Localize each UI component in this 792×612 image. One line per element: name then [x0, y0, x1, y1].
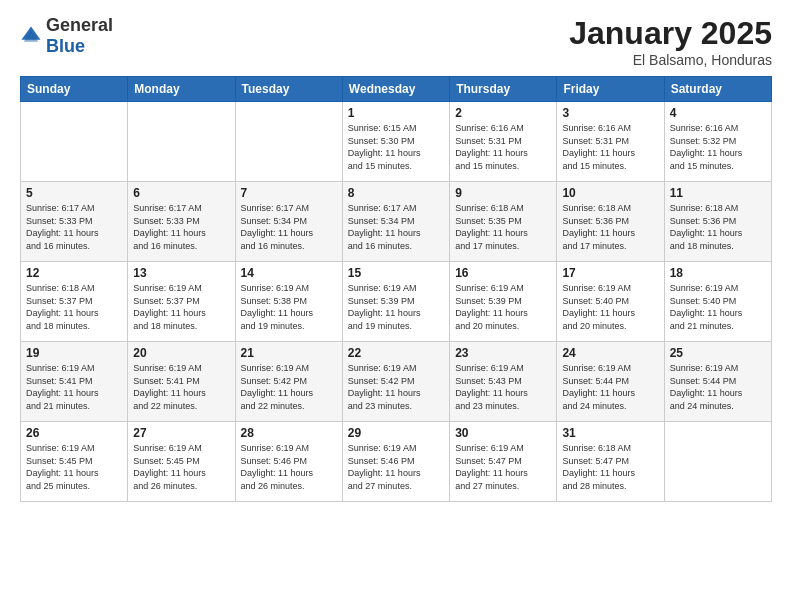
table-row: 4Sunrise: 6:16 AM Sunset: 5:32 PM Daylig…: [664, 102, 771, 182]
day-number: 12: [26, 266, 122, 280]
day-number: 26: [26, 426, 122, 440]
table-row: [21, 102, 128, 182]
title-location: El Balsamo, Honduras: [569, 52, 772, 68]
day-number: 30: [455, 426, 551, 440]
calendar-week-row: 5Sunrise: 6:17 AM Sunset: 5:33 PM Daylig…: [21, 182, 772, 262]
day-info: Sunrise: 6:19 AM Sunset: 5:38 PM Dayligh…: [241, 282, 337, 332]
col-tuesday: Tuesday: [235, 77, 342, 102]
day-number: 4: [670, 106, 766, 120]
table-row: 11Sunrise: 6:18 AM Sunset: 5:36 PM Dayli…: [664, 182, 771, 262]
day-number: 11: [670, 186, 766, 200]
table-row: 13Sunrise: 6:19 AM Sunset: 5:37 PM Dayli…: [128, 262, 235, 342]
day-info: Sunrise: 6:19 AM Sunset: 5:41 PM Dayligh…: [133, 362, 229, 412]
day-number: 13: [133, 266, 229, 280]
day-number: 29: [348, 426, 444, 440]
day-info: Sunrise: 6:19 AM Sunset: 5:40 PM Dayligh…: [670, 282, 766, 332]
table-row: 23Sunrise: 6:19 AM Sunset: 5:43 PM Dayli…: [450, 342, 557, 422]
day-info: Sunrise: 6:19 AM Sunset: 5:45 PM Dayligh…: [133, 442, 229, 492]
calendar: Sunday Monday Tuesday Wednesday Thursday…: [20, 76, 772, 502]
table-row: 22Sunrise: 6:19 AM Sunset: 5:42 PM Dayli…: [342, 342, 449, 422]
day-number: 23: [455, 346, 551, 360]
day-info: Sunrise: 6:19 AM Sunset: 5:46 PM Dayligh…: [241, 442, 337, 492]
day-info: Sunrise: 6:19 AM Sunset: 5:45 PM Dayligh…: [26, 442, 122, 492]
table-row: 2Sunrise: 6:16 AM Sunset: 5:31 PM Daylig…: [450, 102, 557, 182]
day-info: Sunrise: 6:17 AM Sunset: 5:33 PM Dayligh…: [26, 202, 122, 252]
day-number: 18: [670, 266, 766, 280]
day-number: 1: [348, 106, 444, 120]
table-row: 6Sunrise: 6:17 AM Sunset: 5:33 PM Daylig…: [128, 182, 235, 262]
day-info: Sunrise: 6:19 AM Sunset: 5:37 PM Dayligh…: [133, 282, 229, 332]
day-number: 8: [348, 186, 444, 200]
table-row: 9Sunrise: 6:18 AM Sunset: 5:35 PM Daylig…: [450, 182, 557, 262]
day-number: 17: [562, 266, 658, 280]
day-info: Sunrise: 6:19 AM Sunset: 5:46 PM Dayligh…: [348, 442, 444, 492]
day-info: Sunrise: 6:16 AM Sunset: 5:32 PM Dayligh…: [670, 122, 766, 172]
calendar-header-row: Sunday Monday Tuesday Wednesday Thursday…: [21, 77, 772, 102]
table-row: 30Sunrise: 6:19 AM Sunset: 5:47 PM Dayli…: [450, 422, 557, 502]
day-info: Sunrise: 6:19 AM Sunset: 5:44 PM Dayligh…: [670, 362, 766, 412]
col-sunday: Sunday: [21, 77, 128, 102]
day-number: 31: [562, 426, 658, 440]
table-row: 20Sunrise: 6:19 AM Sunset: 5:41 PM Dayli…: [128, 342, 235, 422]
day-info: Sunrise: 6:19 AM Sunset: 5:39 PM Dayligh…: [348, 282, 444, 332]
table-row: 31Sunrise: 6:18 AM Sunset: 5:47 PM Dayli…: [557, 422, 664, 502]
page: General Blue January 2025 El Balsamo, Ho…: [0, 0, 792, 612]
day-number: 2: [455, 106, 551, 120]
day-info: Sunrise: 6:19 AM Sunset: 5:39 PM Dayligh…: [455, 282, 551, 332]
table-row: [235, 102, 342, 182]
table-row: 21Sunrise: 6:19 AM Sunset: 5:42 PM Dayli…: [235, 342, 342, 422]
day-info: Sunrise: 6:18 AM Sunset: 5:47 PM Dayligh…: [562, 442, 658, 492]
day-info: Sunrise: 6:18 AM Sunset: 5:35 PM Dayligh…: [455, 202, 551, 252]
col-wednesday: Wednesday: [342, 77, 449, 102]
table-row: 15Sunrise: 6:19 AM Sunset: 5:39 PM Dayli…: [342, 262, 449, 342]
logo: General Blue: [20, 15, 113, 57]
day-number: 24: [562, 346, 658, 360]
table-row: 26Sunrise: 6:19 AM Sunset: 5:45 PM Dayli…: [21, 422, 128, 502]
day-info: Sunrise: 6:17 AM Sunset: 5:34 PM Dayligh…: [348, 202, 444, 252]
day-number: 25: [670, 346, 766, 360]
day-info: Sunrise: 6:16 AM Sunset: 5:31 PM Dayligh…: [562, 122, 658, 172]
table-row: 1Sunrise: 6:15 AM Sunset: 5:30 PM Daylig…: [342, 102, 449, 182]
table-row: 12Sunrise: 6:18 AM Sunset: 5:37 PM Dayli…: [21, 262, 128, 342]
table-row: 19Sunrise: 6:19 AM Sunset: 5:41 PM Dayli…: [21, 342, 128, 422]
day-info: Sunrise: 6:19 AM Sunset: 5:43 PM Dayligh…: [455, 362, 551, 412]
table-row: 24Sunrise: 6:19 AM Sunset: 5:44 PM Dayli…: [557, 342, 664, 422]
day-number: 21: [241, 346, 337, 360]
day-info: Sunrise: 6:17 AM Sunset: 5:34 PM Dayligh…: [241, 202, 337, 252]
day-info: Sunrise: 6:18 AM Sunset: 5:37 PM Dayligh…: [26, 282, 122, 332]
day-info: Sunrise: 6:19 AM Sunset: 5:41 PM Dayligh…: [26, 362, 122, 412]
day-number: 10: [562, 186, 658, 200]
table-row: 3Sunrise: 6:16 AM Sunset: 5:31 PM Daylig…: [557, 102, 664, 182]
logo-general: General: [46, 15, 113, 35]
day-number: 9: [455, 186, 551, 200]
day-info: Sunrise: 6:19 AM Sunset: 5:42 PM Dayligh…: [241, 362, 337, 412]
table-row: 29Sunrise: 6:19 AM Sunset: 5:46 PM Dayli…: [342, 422, 449, 502]
logo-text: General Blue: [46, 15, 113, 57]
table-row: [128, 102, 235, 182]
table-row: 27Sunrise: 6:19 AM Sunset: 5:45 PM Dayli…: [128, 422, 235, 502]
table-row: 14Sunrise: 6:19 AM Sunset: 5:38 PM Dayli…: [235, 262, 342, 342]
table-row: 7Sunrise: 6:17 AM Sunset: 5:34 PM Daylig…: [235, 182, 342, 262]
day-number: 16: [455, 266, 551, 280]
calendar-week-row: 12Sunrise: 6:18 AM Sunset: 5:37 PM Dayli…: [21, 262, 772, 342]
col-friday: Friday: [557, 77, 664, 102]
table-row: 25Sunrise: 6:19 AM Sunset: 5:44 PM Dayli…: [664, 342, 771, 422]
col-monday: Monday: [128, 77, 235, 102]
day-info: Sunrise: 6:19 AM Sunset: 5:40 PM Dayligh…: [562, 282, 658, 332]
day-number: 19: [26, 346, 122, 360]
calendar-week-row: 1Sunrise: 6:15 AM Sunset: 5:30 PM Daylig…: [21, 102, 772, 182]
day-number: 3: [562, 106, 658, 120]
calendar-week-row: 26Sunrise: 6:19 AM Sunset: 5:45 PM Dayli…: [21, 422, 772, 502]
col-thursday: Thursday: [450, 77, 557, 102]
title-month: January 2025: [569, 15, 772, 52]
day-info: Sunrise: 6:19 AM Sunset: 5:42 PM Dayligh…: [348, 362, 444, 412]
day-number: 22: [348, 346, 444, 360]
table-row: 28Sunrise: 6:19 AM Sunset: 5:46 PM Dayli…: [235, 422, 342, 502]
table-row: 10Sunrise: 6:18 AM Sunset: 5:36 PM Dayli…: [557, 182, 664, 262]
day-info: Sunrise: 6:18 AM Sunset: 5:36 PM Dayligh…: [670, 202, 766, 252]
table-row: [664, 422, 771, 502]
day-info: Sunrise: 6:19 AM Sunset: 5:47 PM Dayligh…: [455, 442, 551, 492]
logo-blue: Blue: [46, 36, 85, 56]
day-info: Sunrise: 6:16 AM Sunset: 5:31 PM Dayligh…: [455, 122, 551, 172]
day-number: 7: [241, 186, 337, 200]
